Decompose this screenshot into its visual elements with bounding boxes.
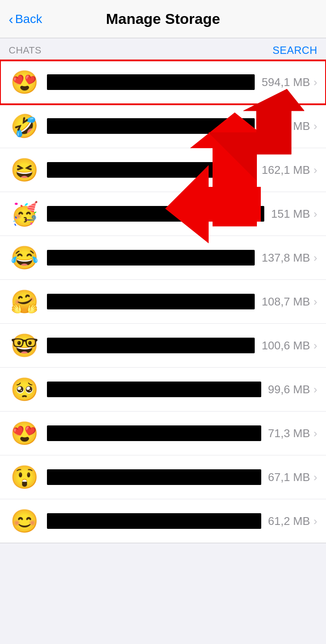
section-label: CHATS xyxy=(9,45,41,56)
list-item[interactable]: 😊 61,2 MB › xyxy=(0,499,326,543)
chevron-right-icon: › xyxy=(313,164,317,176)
nav-bar: ‹ Back Manage Storage xyxy=(0,0,326,38)
contact-name-redacted xyxy=(47,382,261,397)
list-item[interactable]: 😂 137,8 MB › xyxy=(0,236,326,280)
storage-size: 61,2 MB xyxy=(268,515,310,528)
contact-name-redacted xyxy=(47,294,255,309)
chat-list: 😍 594,1 MB › 🤣 382,8 MB › 😆 162,1 MB › 🥳… xyxy=(0,60,326,543)
list-item[interactable]: 🤓 100,6 MB › xyxy=(0,324,326,368)
list-item[interactable]: 😍 594,1 MB › xyxy=(0,60,326,104)
storage-size: 67,1 MB xyxy=(268,471,310,484)
contact-name-redacted xyxy=(47,513,261,529)
list-item[interactable]: 😲 67,1 MB › xyxy=(0,455,326,499)
chevron-right-icon: › xyxy=(313,471,317,483)
search-button[interactable]: SEARCH xyxy=(273,44,317,56)
avatar: 🤣 xyxy=(9,110,40,142)
avatar: 🤗 xyxy=(9,286,40,317)
storage-size: 382,8 MB xyxy=(262,120,310,133)
chevron-right-icon: › xyxy=(313,120,317,132)
list-item[interactable]: 🥳 151 MB › xyxy=(0,192,326,236)
storage-info: 382,8 MB › xyxy=(262,120,317,133)
avatar: 😂 xyxy=(9,242,40,273)
storage-info: 137,8 MB › xyxy=(262,251,317,265)
storage-size: 100,6 MB xyxy=(262,339,310,352)
back-button[interactable]: ‹ Back xyxy=(9,12,42,26)
storage-info: 100,6 MB › xyxy=(262,339,317,352)
back-chevron-icon: ‹ xyxy=(9,12,13,26)
contact-name-redacted xyxy=(47,74,255,90)
avatar: 🥳 xyxy=(9,198,40,229)
list-item[interactable]: 🥺 99,6 MB › xyxy=(0,368,326,412)
avatar: 😆 xyxy=(9,154,40,186)
back-label: Back xyxy=(15,12,42,26)
chevron-right-icon: › xyxy=(313,384,317,395)
chevron-right-icon: › xyxy=(313,428,317,439)
avatar: 🤓 xyxy=(9,330,40,361)
storage-size: 594,1 MB xyxy=(262,76,310,89)
avatar: 😲 xyxy=(9,461,40,493)
section-header: CHATS SEARCH xyxy=(0,38,326,60)
list-item[interactable]: 🤣 382,8 MB › xyxy=(0,104,326,148)
storage-info: 99,6 MB › xyxy=(268,383,318,396)
storage-size: 99,6 MB xyxy=(268,383,310,396)
storage-size: 108,7 MB xyxy=(262,295,310,309)
page-title: Manage Storage xyxy=(106,10,220,27)
storage-info: 151 MB › xyxy=(271,207,317,221)
contact-name-redacted xyxy=(47,250,255,266)
storage-size: 162,1 MB xyxy=(262,163,310,177)
storage-info: 67,1 MB › xyxy=(268,471,318,484)
storage-size: 151 MB xyxy=(271,207,310,221)
avatar: 😍 xyxy=(9,66,40,98)
list-item[interactable]: 🤗 108,7 MB › xyxy=(0,280,326,324)
chevron-right-icon: › xyxy=(313,515,317,527)
contact-name-redacted xyxy=(47,338,255,353)
storage-info: 162,1 MB › xyxy=(262,163,317,177)
list-item[interactable]: 😆 162,1 MB › xyxy=(0,148,326,192)
chevron-right-icon: › xyxy=(313,208,317,219)
list-item[interactable]: 😍 71,3 MB › xyxy=(0,412,326,455)
storage-size: 71,3 MB xyxy=(268,427,310,440)
chevron-right-icon: › xyxy=(313,296,317,307)
avatar: 😊 xyxy=(9,505,40,537)
contact-name-redacted xyxy=(47,206,264,222)
contact-name-redacted xyxy=(47,118,255,134)
storage-info: 61,2 MB › xyxy=(268,515,318,528)
avatar: 😍 xyxy=(9,418,40,449)
chevron-right-icon: › xyxy=(313,340,317,351)
storage-size: 137,8 MB xyxy=(262,251,310,265)
storage-info: 594,1 MB › xyxy=(262,76,317,89)
chevron-right-icon: › xyxy=(313,76,317,88)
chevron-right-icon: › xyxy=(313,252,317,263)
contact-name-redacted xyxy=(47,469,261,485)
storage-info: 108,7 MB › xyxy=(262,295,317,309)
storage-info: 71,3 MB › xyxy=(268,427,318,440)
contact-name-redacted xyxy=(47,425,261,441)
contact-name-redacted xyxy=(47,162,255,178)
avatar: 🥺 xyxy=(9,374,40,405)
